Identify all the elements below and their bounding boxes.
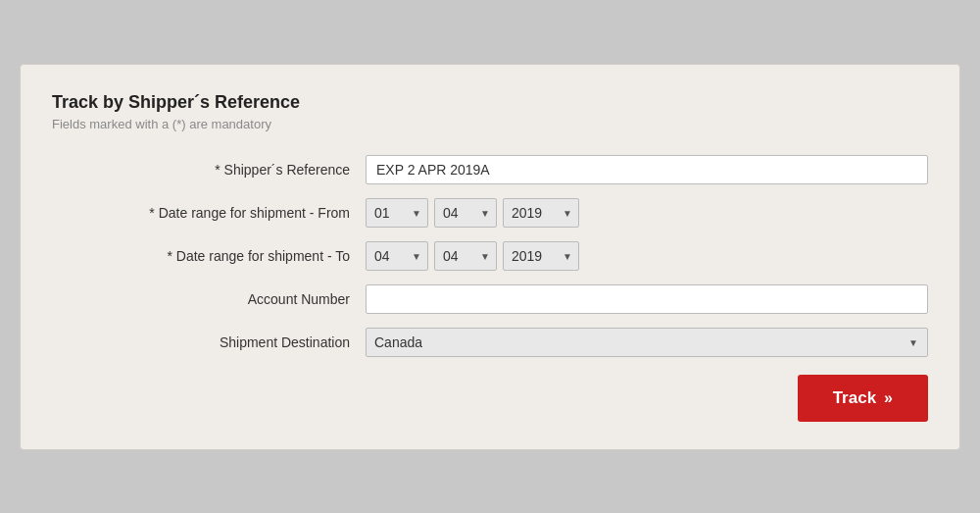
form-actions: Track » [52,375,928,422]
account-number-row: Account Number [52,284,928,314]
date-from-row: * Date range for shipment - From 01 0203… [52,198,928,228]
destination-wrapper: Canada United States Mexico Other [366,328,928,357]
date-to-control: 010203 04 05060708 09101112 13141516 171… [366,241,928,271]
date-to-day-select[interactable]: 010203 04 05060708 09101112 13141516 171… [366,241,428,271]
date-to-day-wrapper: 010203 04 05060708 09101112 13141516 171… [366,241,428,271]
date-to-month-select[interactable]: 010203 04 05060708 09101112 [434,241,497,271]
date-to-label: * Date range for shipment - To [52,248,366,264]
shipper-reference-label: * Shipper´s Reference [52,162,366,178]
shipper-reference-input[interactable]: EXP 2 APR 2019A [366,155,928,184]
date-to-year-wrapper: 20172018 2019 2020 [503,241,579,271]
account-number-input[interactable] [366,284,928,314]
date-from-day-select[interactable]: 01 02030405 06070809 10111213 14151617 1… [366,198,428,228]
card-title: Track by Shipper´s Reference [52,92,928,113]
track-button-label: Track [833,388,876,408]
destination-control: Canada United States Mexico Other [366,328,928,357]
date-from-year-wrapper: 20172018 2019 2020 [503,198,579,228]
account-number-control [366,284,928,314]
track-button-chevrons: » [884,389,893,407]
track-button[interactable]: Track » [798,375,928,422]
shipper-reference-row: * Shipper´s Reference EXP 2 APR 2019A [52,155,928,184]
track-form-card: Track by Shipper´s Reference Fields mark… [20,64,960,450]
date-to-month-wrapper: 010203 04 05060708 09101112 [434,241,497,271]
account-number-label: Account Number [52,291,366,307]
card-subtitle: Fields marked with a (*) are mandatory [52,117,928,131]
shipper-reference-control: EXP 2 APR 2019A [366,155,928,184]
date-from-year-select[interactable]: 20172018 2019 2020 [503,198,579,228]
date-from-month-wrapper: 010203 04 05060708 09101112 [434,198,497,228]
date-from-group: 01 02030405 06070809 10111213 14151617 1… [366,198,928,228]
date-from-label: * Date range for shipment - From [52,205,366,221]
date-to-year-select[interactable]: 20172018 2019 2020 [503,241,579,271]
destination-label: Shipment Destination [52,334,366,350]
date-from-month-select[interactable]: 010203 04 05060708 09101112 [434,198,497,228]
destination-row: Shipment Destination Canada United State… [52,328,928,357]
date-from-control: 01 02030405 06070809 10111213 14151617 1… [366,198,928,228]
date-from-day-wrapper: 01 02030405 06070809 10111213 14151617 1… [366,198,428,228]
date-to-group: 010203 04 05060708 09101112 13141516 171… [366,241,928,271]
date-to-row: * Date range for shipment - To 010203 04… [52,241,928,271]
destination-select[interactable]: Canada United States Mexico Other [366,328,928,357]
